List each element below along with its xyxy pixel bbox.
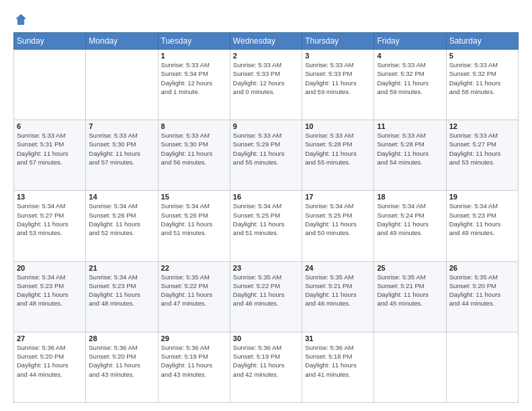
day-number: 9 bbox=[233, 122, 299, 130]
logo-icon bbox=[13, 12, 28, 27]
day-info: Sunrise: 5:36 AM Sunset: 5:18 PM Dayligh… bbox=[305, 343, 371, 379]
weekday-header-saturday: Saturday bbox=[446, 33, 518, 50]
day-info: Sunrise: 5:34 AM Sunset: 5:27 PM Dayligh… bbox=[17, 201, 83, 237]
calendar-cell: 17Sunrise: 5:34 AM Sunset: 5:25 PM Dayli… bbox=[302, 191, 374, 261]
calendar-cell: 20Sunrise: 5:34 AM Sunset: 5:23 PM Dayli… bbox=[14, 261, 86, 332]
calendar-cell: 30Sunrise: 5:36 AM Sunset: 5:19 PM Dayli… bbox=[230, 332, 302, 402]
day-number: 26 bbox=[449, 264, 515, 272]
calendar-cell: 2Sunrise: 5:33 AM Sunset: 5:33 PM Daylig… bbox=[230, 50, 302, 120]
calendar-cell: 6Sunrise: 5:33 AM Sunset: 5:31 PM Daylig… bbox=[14, 120, 86, 191]
calendar-cell: 11Sunrise: 5:33 AM Sunset: 5:28 PM Dayli… bbox=[374, 120, 446, 191]
day-number: 12 bbox=[449, 122, 515, 130]
weekday-header-tuesday: Tuesday bbox=[158, 33, 230, 50]
calendar-cell: 18Sunrise: 5:34 AM Sunset: 5:24 PM Dayli… bbox=[374, 191, 446, 261]
calendar-cell: 3Sunrise: 5:33 AM Sunset: 5:33 PM Daylig… bbox=[302, 50, 374, 120]
calendar-cell: 26Sunrise: 5:35 AM Sunset: 5:20 PM Dayli… bbox=[446, 261, 518, 332]
weekday-header-sunday: Sunday bbox=[14, 33, 86, 50]
calendar-cell: 16Sunrise: 5:34 AM Sunset: 5:25 PM Dayli… bbox=[230, 191, 302, 261]
day-number: 25 bbox=[377, 264, 443, 272]
calendar-cell: 29Sunrise: 5:36 AM Sunset: 5:19 PM Dayli… bbox=[158, 332, 230, 402]
day-info: Sunrise: 5:35 AM Sunset: 5:22 PM Dayligh… bbox=[233, 273, 299, 308]
day-info: Sunrise: 5:33 AM Sunset: 5:27 PM Dayligh… bbox=[449, 131, 515, 167]
day-info: Sunrise: 5:34 AM Sunset: 5:25 PM Dayligh… bbox=[305, 201, 371, 237]
svg-marker-0 bbox=[15, 14, 26, 25]
calendar-cell: 7Sunrise: 5:33 AM Sunset: 5:30 PM Daylig… bbox=[86, 120, 158, 191]
calendar-cell: 14Sunrise: 5:34 AM Sunset: 5:26 PM Dayli… bbox=[86, 191, 158, 261]
calendar-cell: 9Sunrise: 5:33 AM Sunset: 5:29 PM Daylig… bbox=[230, 120, 302, 191]
calendar-cell: 31Sunrise: 5:36 AM Sunset: 5:18 PM Dayli… bbox=[302, 332, 374, 402]
day-number: 18 bbox=[377, 193, 443, 201]
calendar-week-row: 13Sunrise: 5:34 AM Sunset: 5:27 PM Dayli… bbox=[14, 191, 519, 261]
calendar-cell: 24Sunrise: 5:35 AM Sunset: 5:21 PM Dayli… bbox=[302, 261, 374, 332]
day-number: 10 bbox=[305, 122, 371, 130]
day-number: 22 bbox=[161, 264, 227, 272]
calendar-week-row: 1Sunrise: 5:33 AM Sunset: 5:34 PM Daylig… bbox=[14, 50, 519, 120]
day-info: Sunrise: 5:36 AM Sunset: 5:20 PM Dayligh… bbox=[17, 343, 83, 379]
weekday-header-wednesday: Wednesday bbox=[230, 33, 302, 50]
day-number: 7 bbox=[89, 122, 154, 130]
day-info: Sunrise: 5:33 AM Sunset: 5:34 PM Dayligh… bbox=[161, 60, 227, 96]
day-number: 14 bbox=[89, 193, 154, 201]
day-number: 31 bbox=[305, 334, 371, 342]
day-number: 21 bbox=[89, 264, 154, 272]
page: SundayMondayTuesdayWednesdayThursdayFrid… bbox=[0, 0, 532, 411]
day-number: 20 bbox=[17, 264, 83, 272]
day-info: Sunrise: 5:33 AM Sunset: 5:29 PM Dayligh… bbox=[233, 131, 299, 167]
calendar-week-row: 27Sunrise: 5:36 AM Sunset: 5:20 PM Dayli… bbox=[14, 332, 519, 402]
day-info: Sunrise: 5:34 AM Sunset: 5:23 PM Dayligh… bbox=[89, 273, 154, 308]
calendar-cell: 22Sunrise: 5:35 AM Sunset: 5:22 PM Dayli… bbox=[158, 261, 230, 332]
day-info: Sunrise: 5:34 AM Sunset: 5:26 PM Dayligh… bbox=[89, 201, 154, 237]
day-info: Sunrise: 5:33 AM Sunset: 5:31 PM Dayligh… bbox=[17, 131, 83, 167]
calendar-cell: 1Sunrise: 5:33 AM Sunset: 5:34 PM Daylig… bbox=[158, 50, 230, 120]
day-info: Sunrise: 5:36 AM Sunset: 5:19 PM Dayligh… bbox=[161, 343, 227, 379]
day-number: 24 bbox=[305, 264, 371, 272]
calendar-cell: 21Sunrise: 5:34 AM Sunset: 5:23 PM Dayli… bbox=[86, 261, 158, 332]
day-number: 13 bbox=[17, 193, 83, 201]
day-number: 8 bbox=[161, 122, 227, 130]
weekday-header-row: SundayMondayTuesdayWednesdayThursdayFrid… bbox=[14, 33, 519, 50]
day-number: 16 bbox=[233, 193, 299, 201]
calendar-cell: 19Sunrise: 5:34 AM Sunset: 5:23 PM Dayli… bbox=[446, 191, 518, 261]
calendar-cell: 13Sunrise: 5:34 AM Sunset: 5:27 PM Dayli… bbox=[14, 191, 86, 261]
calendar-cell: 12Sunrise: 5:33 AM Sunset: 5:27 PM Dayli… bbox=[446, 120, 518, 191]
day-info: Sunrise: 5:35 AM Sunset: 5:20 PM Dayligh… bbox=[449, 273, 515, 308]
day-number: 29 bbox=[161, 334, 227, 342]
day-number: 3 bbox=[305, 52, 371, 60]
day-info: Sunrise: 5:33 AM Sunset: 5:33 PM Dayligh… bbox=[233, 60, 299, 96]
day-info: Sunrise: 5:33 AM Sunset: 5:28 PM Dayligh… bbox=[305, 131, 371, 167]
day-number: 28 bbox=[89, 334, 154, 342]
calendar-cell: 28Sunrise: 5:36 AM Sunset: 5:20 PM Dayli… bbox=[86, 332, 158, 402]
day-info: Sunrise: 5:34 AM Sunset: 5:24 PM Dayligh… bbox=[377, 201, 443, 237]
day-number: 23 bbox=[233, 264, 299, 272]
day-info: Sunrise: 5:34 AM Sunset: 5:23 PM Dayligh… bbox=[17, 273, 83, 308]
calendar-cell: 15Sunrise: 5:34 AM Sunset: 5:26 PM Dayli… bbox=[158, 191, 230, 261]
calendar-cell bbox=[86, 50, 158, 120]
day-info: Sunrise: 5:35 AM Sunset: 5:21 PM Dayligh… bbox=[377, 273, 443, 308]
calendar-week-row: 6Sunrise: 5:33 AM Sunset: 5:31 PM Daylig… bbox=[14, 120, 519, 191]
header bbox=[13, 12, 519, 27]
day-info: Sunrise: 5:33 AM Sunset: 5:33 PM Dayligh… bbox=[305, 60, 371, 96]
calendar-cell: 27Sunrise: 5:36 AM Sunset: 5:20 PM Dayli… bbox=[14, 332, 86, 402]
calendar-cell: 25Sunrise: 5:35 AM Sunset: 5:21 PM Dayli… bbox=[374, 261, 446, 332]
day-number: 6 bbox=[17, 122, 83, 130]
day-number: 5 bbox=[449, 52, 515, 60]
logo bbox=[13, 12, 31, 27]
weekday-header-thursday: Thursday bbox=[302, 33, 374, 50]
calendar-cell: 4Sunrise: 5:33 AM Sunset: 5:32 PM Daylig… bbox=[374, 50, 446, 120]
day-info: Sunrise: 5:35 AM Sunset: 5:21 PM Dayligh… bbox=[305, 273, 371, 308]
calendar-cell bbox=[446, 332, 518, 402]
day-info: Sunrise: 5:33 AM Sunset: 5:32 PM Dayligh… bbox=[377, 60, 443, 96]
day-info: Sunrise: 5:34 AM Sunset: 5:25 PM Dayligh… bbox=[233, 201, 299, 237]
day-info: Sunrise: 5:35 AM Sunset: 5:22 PM Dayligh… bbox=[161, 273, 227, 308]
calendar-cell: 23Sunrise: 5:35 AM Sunset: 5:22 PM Dayli… bbox=[230, 261, 302, 332]
day-number: 1 bbox=[161, 52, 227, 60]
day-info: Sunrise: 5:34 AM Sunset: 5:26 PM Dayligh… bbox=[161, 201, 227, 237]
day-number: 2 bbox=[233, 52, 299, 60]
day-number: 15 bbox=[161, 193, 227, 201]
weekday-header-friday: Friday bbox=[374, 33, 446, 50]
day-info: Sunrise: 5:33 AM Sunset: 5:30 PM Dayligh… bbox=[89, 131, 154, 167]
day-info: Sunrise: 5:33 AM Sunset: 5:32 PM Dayligh… bbox=[449, 60, 515, 96]
day-number: 11 bbox=[377, 122, 443, 130]
day-number: 27 bbox=[17, 334, 83, 342]
day-number: 19 bbox=[449, 193, 515, 201]
